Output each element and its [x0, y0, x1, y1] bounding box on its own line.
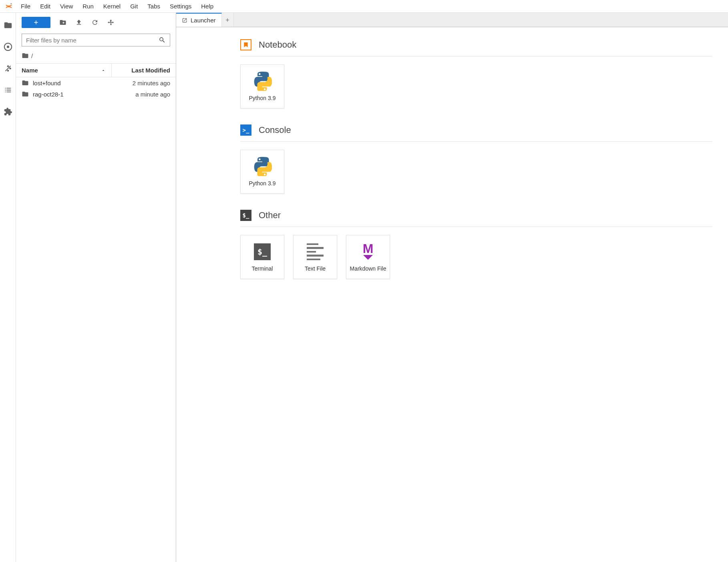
card-label: Markdown File: [350, 265, 386, 272]
card-label: Python 3.9: [249, 95, 276, 101]
column-name-header[interactable]: Name: [16, 64, 112, 77]
tab-launcher[interactable]: Launcher: [176, 13, 222, 27]
toc-tab-icon[interactable]: [4, 86, 12, 94]
git-toolbar-icon[interactable]: [107, 19, 115, 26]
other-section-icon: $_: [240, 210, 251, 221]
folder-icon: [22, 90, 29, 98]
python-icon: [253, 157, 272, 176]
menubar: File Edit View Run Kernel Git Tabs Setti…: [0, 0, 728, 13]
menu-file[interactable]: File: [16, 1, 35, 11]
section-notebook: Notebook Python 3.9: [240, 39, 712, 108]
textfile-icon: [306, 242, 325, 261]
menu-tabs[interactable]: Tabs: [143, 1, 165, 11]
svg-point-4: [7, 70, 9, 72]
column-name-label: Name: [22, 67, 38, 74]
card-label: Terminal: [252, 265, 273, 272]
section-title: Other: [259, 210, 281, 221]
terminal-icon: $_: [253, 242, 272, 261]
file-browser-panel: / Name Last Modified lost+found 2 minute…: [16, 13, 176, 562]
git-tab-icon[interactable]: [4, 64, 12, 73]
card-textfile[interactable]: Text File: [293, 235, 337, 279]
file-list: lost+found 2 minutes ago rag-oct28-1 a m…: [16, 77, 176, 562]
menu-edit[interactable]: Edit: [35, 1, 55, 11]
breadcrumb-path: /: [31, 52, 33, 59]
section-title: Console: [259, 125, 291, 135]
upload-icon[interactable]: [75, 19, 82, 26]
file-browser-toolbar: [16, 13, 176, 32]
console-section-icon: >_: [240, 124, 251, 136]
python-icon: [253, 72, 272, 91]
section-console: >_ Console Python 3.9: [240, 124, 712, 194]
menu-git[interactable]: Git: [125, 1, 143, 11]
svg-point-5: [9, 68, 11, 70]
menu-kernel[interactable]: Kernel: [99, 1, 125, 11]
file-row[interactable]: rag-oct28-1 a minute ago: [16, 88, 176, 100]
folder-icon: [22, 52, 29, 59]
refresh-icon[interactable]: [91, 19, 99, 26]
search-icon: [159, 36, 166, 44]
new-launcher-button[interactable]: [22, 17, 50, 28]
tab-title: Launcher: [191, 17, 216, 24]
menu-run[interactable]: Run: [78, 1, 99, 11]
card-markdown[interactable]: M Markdown File: [346, 235, 390, 279]
section-title: Notebook: [259, 40, 296, 50]
breadcrumb[interactable]: /: [16, 50, 176, 63]
folder-icon: [22, 79, 29, 86]
markdown-icon: M: [358, 242, 378, 261]
card-label: Python 3.9: [249, 180, 276, 187]
section-other: $_ Other $_ Terminal: [240, 210, 712, 279]
section-header: >_ Console: [240, 124, 712, 142]
activity-bar: [0, 13, 16, 562]
svg-point-3: [7, 65, 9, 67]
filter-box: [22, 34, 170, 46]
card-label: Text File: [305, 265, 326, 272]
menu-settings[interactable]: Settings: [165, 1, 196, 11]
svg-point-0: [10, 3, 12, 4]
card-notebook-python[interactable]: Python 3.9: [240, 64, 284, 108]
sort-caret-icon: [101, 68, 106, 73]
add-tab-button[interactable]: [222, 13, 234, 27]
section-header: Notebook: [240, 39, 712, 56]
file-name: rag-oct28-1: [33, 91, 106, 98]
file-modified: 2 minutes ago: [106, 80, 170, 86]
file-row[interactable]: lost+found 2 minutes ago: [16, 77, 176, 88]
tabbar: Launcher: [176, 13, 728, 27]
card-console-python[interactable]: Python 3.9: [240, 150, 284, 194]
filebrowser-tab-icon[interactable]: [4, 21, 12, 30]
file-name: lost+found: [33, 80, 106, 86]
launcher-tab-icon: [182, 18, 187, 23]
section-header: $_ Other: [240, 210, 712, 227]
menu-help[interactable]: Help: [196, 1, 218, 11]
extensions-tab-icon[interactable]: [4, 107, 12, 116]
filter-input[interactable]: [26, 37, 159, 44]
file-modified: a minute ago: [106, 91, 170, 98]
menu-view[interactable]: View: [55, 1, 78, 11]
notebook-section-icon: [240, 39, 251, 50]
svg-rect-2: [7, 46, 9, 48]
jupyter-logo-icon: [5, 2, 13, 10]
card-terminal[interactable]: $_ Terminal: [240, 235, 284, 279]
main-area: Launcher Notebook: [176, 13, 728, 562]
column-modified-header[interactable]: Last Modified: [112, 64, 176, 77]
launcher-panel: Notebook Python 3.9 >_: [176, 27, 728, 562]
running-kernels-tab-icon[interactable]: [4, 42, 12, 51]
new-folder-icon[interactable]: [59, 19, 66, 26]
file-list-header: Name Last Modified: [16, 63, 176, 77]
